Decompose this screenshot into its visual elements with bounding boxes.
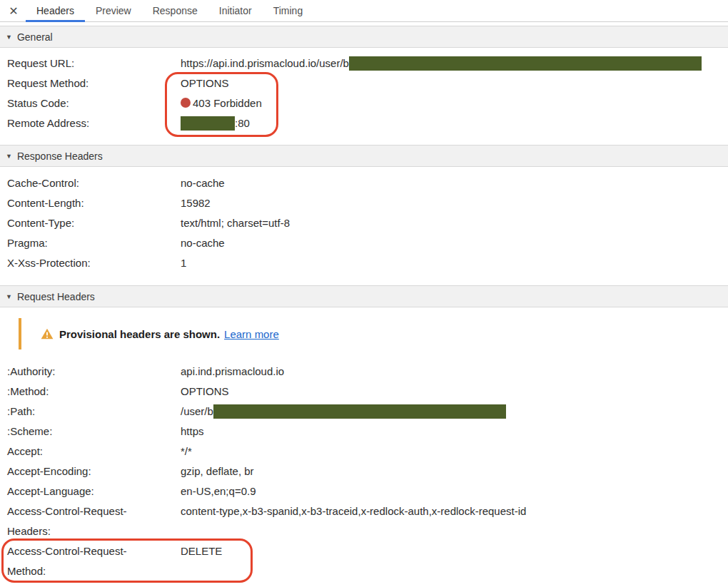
network-detail-tab-bar: ✕ HeadersPreviewResponseInitiatorTiming: [0, 0, 728, 22]
header-row: Cache-Control:no-cache: [0, 173, 728, 193]
header-name: Access-Control-Request-Headers:: [0, 501, 181, 541]
header-value: DELETE: [181, 541, 728, 561]
header-value: OPTIONS: [181, 382, 728, 402]
header-name: Accept-Language:: [0, 481, 181, 501]
header-value: 15982: [181, 193, 728, 213]
tab-headers[interactable]: Headers: [26, 0, 85, 21]
header-row: Access-Control-Request-Method:DELETE: [0, 541, 728, 581]
learn-more-link[interactable]: Learn more: [224, 328, 279, 340]
response-headers-rows: Cache-Control:no-cacheContent-Length:159…: [0, 167, 728, 273]
header-name: Request URL:: [0, 53, 181, 73]
tab-initiator[interactable]: Initiator: [208, 0, 263, 21]
disclosure-triangle-icon: ▼: [6, 293, 12, 300]
close-icon[interactable]: ✕: [1, 0, 26, 21]
header-value: /user/b: [181, 402, 728, 422]
header-value: https: [181, 422, 728, 441]
redaction-block: [349, 56, 702, 71]
header-name: X-Xss-Protection:: [0, 253, 181, 273]
header-row: Status Code:403 Forbidden: [0, 93, 728, 113]
header-name: Access-Control-Request-Method:: [0, 541, 181, 581]
header-value: */*: [181, 441, 728, 461]
header-value: https://api.ind.prismacloud.io/user/b: [181, 53, 728, 73]
tab-list: HeadersPreviewResponseInitiatorTiming: [26, 0, 313, 21]
warning-triangle-icon: [41, 328, 54, 340]
header-name: Content-Type:: [0, 213, 181, 233]
header-name: Remote Address:: [0, 113, 181, 133]
header-value: content-type,x-b3-spanid,x-b3-traceid,x-…: [181, 501, 728, 521]
header-value: no-cache: [181, 233, 728, 253]
header-name: Request Method:: [0, 73, 181, 93]
header-row: :Method:OPTIONS: [0, 382, 728, 402]
section-title: Response Headers: [17, 150, 103, 162]
redaction-block: [181, 116, 235, 131]
header-name: Pragma:: [0, 233, 181, 253]
header-name: Accept:: [0, 441, 181, 461]
redaction-block: [213, 404, 506, 419]
header-value: 403 Forbidden: [181, 93, 728, 113]
header-name: :Method:: [0, 382, 181, 402]
section-header-response-headers[interactable]: ▼ Response Headers: [0, 145, 728, 167]
tab-preview[interactable]: Preview: [85, 0, 142, 21]
header-name: Status Code:: [0, 93, 181, 113]
header-row: X-Xss-Protection:1: [0, 253, 728, 273]
header-row: Accept:*/*: [0, 441, 728, 461]
header-row: Remote Address::80: [0, 113, 728, 133]
header-row: :Scheme:https: [0, 422, 728, 441]
header-value: OPTIONS: [181, 73, 728, 93]
header-row: Accept-Encoding:gzip, deflate, br: [0, 461, 728, 481]
header-name: :Path:: [0, 402, 181, 422]
header-row: :Authority:api.ind.prismacloud.io: [0, 362, 728, 382]
header-row: Content-Type:text/html; charset=utf-8: [0, 213, 728, 233]
warning-text: Provisional headers are shown.: [59, 328, 220, 340]
header-value: :80: [181, 113, 728, 133]
status-dot-icon: [181, 98, 191, 108]
general-rows: Request URL:https://api.ind.prismacloud.…: [0, 48, 728, 133]
header-row: Content-Length:15982: [0, 193, 728, 213]
request-headers-rows: :Authority:api.ind.prismacloud.io:Method…: [0, 349, 728, 581]
provisional-headers-warning: Provisional headers are shown. Learn mor…: [0, 318, 728, 349]
header-row: Pragma:no-cache: [0, 233, 728, 253]
header-value: 1: [181, 253, 728, 273]
section-title: Request Headers: [17, 291, 95, 302]
header-row: Accept-Language:en-US,en;q=0.9: [0, 481, 728, 501]
disclosure-triangle-icon: ▼: [6, 153, 12, 160]
section-header-request-headers[interactable]: ▼ Request Headers: [0, 285, 728, 307]
header-row: :Path:/user/b: [0, 402, 728, 422]
header-row: Request URL:https://api.ind.prismacloud.…: [0, 53, 728, 73]
section-header-general[interactable]: ▼ General: [0, 26, 728, 48]
header-value: api.ind.prismacloud.io: [181, 362, 728, 382]
header-value: gzip, deflate, br: [181, 461, 728, 481]
header-name: Content-Length:: [0, 193, 181, 213]
header-name: Cache-Control:: [0, 173, 181, 193]
header-value: no-cache: [181, 173, 728, 193]
disclosure-triangle-icon: ▼: [6, 34, 12, 41]
header-name: :Scheme:: [0, 422, 181, 441]
header-row: Access-Control-Request-Headers:content-t…: [0, 501, 728, 541]
header-value: en-US,en;q=0.9: [181, 481, 728, 501]
section-title: General: [17, 31, 53, 43]
header-row: Request Method:OPTIONS: [0, 73, 728, 93]
tab-response[interactable]: Response: [142, 0, 208, 21]
tab-timing[interactable]: Timing: [263, 0, 314, 21]
header-name: Accept-Encoding:: [0, 461, 181, 481]
warning-accent-bar: [19, 318, 21, 349]
header-name: :Authority:: [0, 362, 181, 382]
header-value: text/html; charset=utf-8: [181, 213, 728, 233]
